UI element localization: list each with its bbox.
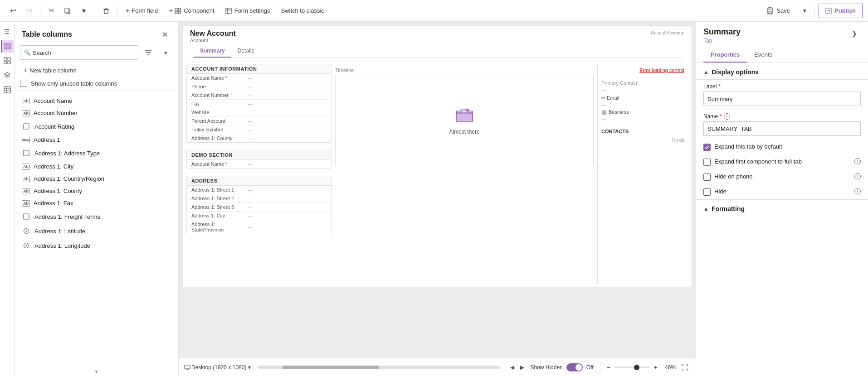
list-item[interactable]: Ab Address 1: County bbox=[15, 185, 178, 197]
rail-layers-button[interactable] bbox=[1, 69, 14, 82]
filter-button[interactable] bbox=[141, 45, 156, 60]
hide-phone-label: Hide on phone bbox=[714, 173, 851, 180]
svg-rect-18 bbox=[8, 61, 10, 64]
zoom-slider[interactable] bbox=[614, 366, 650, 368]
save-button[interactable]: Save bbox=[760, 4, 796, 18]
label-input[interactable] bbox=[703, 92, 861, 106]
expand-first-row: Expand first component to full tab i bbox=[696, 154, 868, 169]
svg-rect-6 bbox=[178, 11, 180, 14]
cut-button[interactable]: ✂ bbox=[44, 4, 59, 18]
expand-tab-checkbox[interactable] bbox=[703, 144, 711, 151]
list-item[interactable]: Address 1: Latitude bbox=[15, 224, 178, 238]
list-item[interactable]: Ab Account Name bbox=[15, 95, 178, 107]
label-required-star: * bbox=[718, 83, 721, 90]
svg-rect-13 bbox=[5, 46, 11, 47]
main-layout: ☰ Table columns ✕ 🔍 ▾ bbox=[0, 22, 868, 376]
display-options-section[interactable]: ▲ Display options bbox=[696, 63, 868, 80]
list-item[interactable]: Account Rating bbox=[15, 119, 178, 134]
field-row: Address 1: City --- bbox=[187, 212, 331, 220]
timeline-box: Almost there bbox=[335, 76, 594, 166]
svg-rect-1 bbox=[65, 8, 69, 13]
name-input[interactable] bbox=[703, 121, 861, 136]
fit-to-screen-button[interactable] bbox=[679, 362, 690, 373]
right-panel-title-group: Summary Tab bbox=[703, 27, 741, 44]
timeline-folder-icon bbox=[455, 107, 473, 125]
scroll-right-button[interactable]: ▶ bbox=[517, 363, 527, 372]
form-body: ACCOUNT INFORMATION Account Name* --- Ph… bbox=[183, 60, 692, 287]
hide-phone-checkbox[interactable] bbox=[703, 174, 711, 181]
desktop-selector-button[interactable]: Desktop (1920 x 1080) ▾ bbox=[191, 364, 251, 371]
hide-info-icon[interactable]: i bbox=[854, 188, 861, 194]
search-input[interactable] bbox=[33, 49, 134, 56]
show-hidden-toggle[interactable] bbox=[566, 363, 583, 371]
field-row: Address 1: County --- bbox=[187, 134, 331, 142]
error-loading-link[interactable]: Error loading control bbox=[639, 67, 684, 73]
list-item[interactable]: Address 1: Freight Terms bbox=[15, 209, 178, 224]
list-item[interactable]: Ab Account Number bbox=[15, 107, 178, 119]
zoom-thumb bbox=[634, 365, 639, 370]
expand-first-info-icon[interactable]: i bbox=[854, 158, 861, 164]
almost-there-text: Almost there bbox=[449, 129, 479, 135]
toolbar-separator-1 bbox=[40, 5, 40, 16]
rail-menu-button[interactable]: ☰ bbox=[1, 25, 14, 38]
scrollbar-thumb bbox=[283, 366, 380, 369]
contacts-header: CONTACTS bbox=[601, 127, 684, 136]
rail-fields-button[interactable] bbox=[1, 40, 14, 53]
center-canvas: New Account Account Annual Revenue Summa… bbox=[179, 22, 696, 376]
canvas-scrollbar[interactable] bbox=[258, 366, 500, 369]
expand-first-checkbox[interactable] bbox=[703, 159, 711, 166]
publish-button[interactable]: Publish bbox=[819, 4, 863, 18]
sort-dropdown-button[interactable]: ▾ bbox=[158, 45, 173, 60]
hide-phone-info-icon[interactable]: i bbox=[854, 173, 861, 179]
list-item[interactable]: Address 1: Longitude bbox=[15, 238, 178, 253]
list-item[interactable]: Address 1: Address Type bbox=[15, 146, 178, 160]
svg-rect-16 bbox=[8, 58, 10, 60]
form-field-button[interactable]: + Form field bbox=[121, 4, 162, 18]
form-settings-button[interactable]: Form settings bbox=[221, 4, 275, 18]
delete-button[interactable] bbox=[99, 4, 113, 18]
component-button[interactable]: + Component bbox=[164, 4, 219, 18]
canvas-scroll[interactable]: New Account Account Annual Revenue Summa… bbox=[179, 22, 696, 358]
name-info-icon[interactable]: i bbox=[724, 113, 730, 120]
name-required-star: * bbox=[720, 113, 722, 120]
right-panel-title: Summary bbox=[703, 27, 741, 37]
formatting-section[interactable]: ▲ Formatting bbox=[696, 199, 868, 216]
list-item-label: Account Rating bbox=[34, 123, 74, 130]
copy-button[interactable] bbox=[60, 4, 75, 18]
show-unused-checkbox[interactable] bbox=[20, 80, 27, 87]
form-title: New Account bbox=[190, 29, 684, 38]
undo-button[interactable]: ↩ bbox=[5, 4, 20, 18]
form-tab-summary[interactable]: Summary bbox=[194, 45, 231, 58]
sidebar-close-button[interactable]: ✕ bbox=[158, 28, 171, 41]
zoom-plus-button[interactable]: + bbox=[654, 364, 658, 371]
top-toolbar: ↩ ↪ ✂ ▾ + Form field + Component Form se… bbox=[0, 0, 868, 22]
switch-classic-button[interactable]: Switch to classic bbox=[276, 4, 328, 18]
scroll-left-button[interactable]: ◀ bbox=[507, 363, 517, 372]
list-item[interactable]: Abdef Address 1 bbox=[15, 134, 178, 146]
events-tab[interactable]: Events bbox=[747, 48, 780, 63]
properties-tab[interactable]: Properties bbox=[703, 48, 747, 63]
form-tab-details[interactable]: Details bbox=[231, 45, 261, 58]
list-item[interactable]: Ab Address 1: Country/Region bbox=[15, 173, 178, 185]
field-type-icon-number bbox=[22, 241, 31, 250]
rail-grid-button[interactable] bbox=[1, 54, 14, 67]
list-item[interactable]: Ab Address 1: City bbox=[15, 160, 178, 173]
hide-checkbox[interactable] bbox=[703, 188, 711, 196]
new-table-column-button[interactable]: + New table column bbox=[20, 64, 80, 76]
bottom-bar: Desktop (1920 x 1080) ▾ ◀ ▶ Show Hidden … bbox=[179, 358, 696, 376]
redo-button[interactable]: ↪ bbox=[22, 4, 36, 18]
right-panel-tabs: Properties Events bbox=[696, 44, 868, 63]
paste-dropdown-button[interactable]: ▾ bbox=[77, 4, 91, 18]
svg-rect-14 bbox=[5, 48, 11, 49]
zoom-minus-button[interactable]: − bbox=[607, 364, 610, 371]
email-label: Email bbox=[607, 95, 619, 101]
right-panel-expand-button[interactable]: ❯ bbox=[848, 27, 861, 40]
rail-table-button[interactable] bbox=[1, 83, 14, 96]
expand-tab-label: Expand this tab by default bbox=[714, 143, 861, 150]
right-panel-subtitle: Tab bbox=[703, 38, 741, 44]
svg-rect-17 bbox=[4, 61, 7, 64]
list-item[interactable]: Ab Address 1: Fax bbox=[15, 197, 178, 209]
field-type-icon-select bbox=[22, 212, 31, 221]
svg-rect-9 bbox=[769, 11, 771, 14]
save-dropdown-button[interactable]: ▾ bbox=[798, 4, 811, 18]
